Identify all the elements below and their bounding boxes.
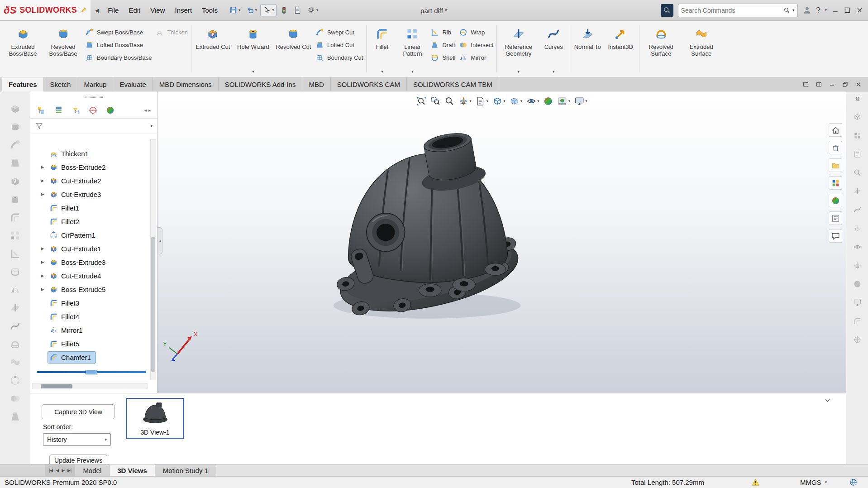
maximize-window-icon[interactable] xyxy=(844,6,851,14)
right-strip-magnifier-icon[interactable] xyxy=(853,168,862,177)
swept-boss-base-button[interactable]: Swept Boss/Base xyxy=(85,28,152,37)
right-strip-curve-icon[interactable] xyxy=(853,206,862,214)
intersect-button[interactable]: Intersect xyxy=(459,41,493,49)
left-toolbar-intersect-icon[interactable] xyxy=(10,393,21,404)
hole-wizard-dropdown-icon[interactable]: ▾ xyxy=(252,70,254,74)
boundary-cut-button[interactable]: Boundary Cut xyxy=(315,53,363,62)
dimxpertmanager-tab-icon[interactable] xyxy=(88,105,98,115)
left-toolbar-draft-icon[interactable] xyxy=(10,411,21,422)
lofted-boss-base-button[interactable]: Lofted Boss/Base xyxy=(85,41,152,49)
tree-item-fillet2[interactable]: Fillet2 xyxy=(30,215,157,228)
rebuild-button[interactable] xyxy=(278,5,290,16)
propertymanager-tab-icon[interactable] xyxy=(54,105,63,115)
left-toolbar-extsurf-icon[interactable] xyxy=(10,357,21,368)
fm-tab-scroll-left-icon[interactable]: ◂ xyxy=(144,108,147,113)
unit-system-selector[interactable]: MMGS ▾ xyxy=(800,478,827,486)
featuremanager-tree-tab-icon[interactable] xyxy=(37,105,46,115)
collapse-chevrons-icon[interactable] xyxy=(854,95,861,103)
pane-right-icon[interactable] xyxy=(816,81,822,88)
right-strip-fillet-icon[interactable] xyxy=(853,317,862,325)
left-toolbar-refgeom-icon[interactable] xyxy=(10,302,21,314)
linear-pattern-button[interactable]: Linear Pattern ▾ xyxy=(396,22,429,76)
tree-item-boss-extrude5[interactable]: ▶Boss-Extrude5 xyxy=(30,282,157,296)
view-orientation-dropdown-icon[interactable]: ▾ xyxy=(503,99,506,103)
view-settings-button[interactable]: ▾ xyxy=(573,95,588,107)
graphics-viewport[interactable]: ◂ ▾ ▾ ▾ ▾ ▾ ▾ ▾ xyxy=(157,91,846,393)
expand-arrow-icon[interactable]: ▶ xyxy=(38,287,48,292)
user-account-icon[interactable] xyxy=(802,5,812,15)
left-toolbar-rib-icon[interactable] xyxy=(10,248,21,259)
extruded-boss-base-button[interactable]: Extruded Boss/Base xyxy=(3,22,43,76)
tab-motion-study-1[interactable]: Motion Study 1 xyxy=(155,464,216,476)
warning-icon[interactable] xyxy=(751,478,760,487)
3d-view-thumbnail[interactable]: 3D View-1 xyxy=(126,398,184,439)
apply-scene-dropdown-icon[interactable]: ▾ xyxy=(568,99,571,103)
tree-item-mirror1[interactable]: Mirror1 xyxy=(30,323,157,337)
appearances-scenes-button[interactable] xyxy=(829,194,842,207)
zoom-fit-button[interactable] xyxy=(415,95,427,107)
annotation-views-dropdown-icon[interactable]: ▾ xyxy=(486,99,489,103)
tree-vertical-scrollbar[interactable] xyxy=(150,139,156,380)
wrap-button[interactable]: Wrap xyxy=(459,28,493,37)
doc-restore-icon[interactable] xyxy=(842,81,849,88)
scrollbar-thumb[interactable] xyxy=(41,384,72,388)
update-previews-button[interactable]: Update Previews xyxy=(49,455,107,464)
tab-solidworks-cam-tbm[interactable]: SOLIDWORKS CAM TBM xyxy=(407,77,499,91)
search-icon[interactable] xyxy=(783,7,790,14)
tree-item-fillet3[interactable]: Fillet3 xyxy=(30,296,157,310)
left-toolbar-revolve-icon[interactable] xyxy=(10,121,21,133)
collapse-panel-button[interactable] xyxy=(821,396,833,404)
fillet-button[interactable]: Fillet ▾ xyxy=(368,22,396,76)
revolved-cut-button[interactable]: Revolved Cut xyxy=(273,22,314,76)
swept-cut-button[interactable]: Swept Cut xyxy=(315,28,363,37)
panel-splitter[interactable]: ◂ xyxy=(157,227,162,254)
left-toolbar-shell-icon[interactable] xyxy=(10,266,21,277)
previous-tab-icon[interactable]: ◀ xyxy=(56,468,59,473)
tab-markup[interactable]: Markup xyxy=(77,77,113,91)
left-toolbar-sweep-icon[interactable] xyxy=(10,139,21,151)
extruded-surface-button[interactable]: Extruded Surface xyxy=(681,22,721,76)
scrollbar-thumb[interactable] xyxy=(151,237,155,372)
design-library-button[interactable] xyxy=(829,141,842,154)
save-button[interactable]: ▾ xyxy=(227,5,243,16)
sort-order-select[interactable]: History ▾ xyxy=(43,433,111,446)
section-view-button[interactable]: ▾ xyxy=(457,95,472,107)
pane-left-icon[interactable] xyxy=(802,81,809,88)
expand-arrow-icon[interactable]: ▶ xyxy=(38,192,48,196)
expand-arrow-icon[interactable]: ▶ xyxy=(38,246,48,251)
menu-view[interactable]: View xyxy=(145,4,170,16)
search-dropdown-icon[interactable]: ▾ xyxy=(792,8,795,12)
expand-arrow-icon[interactable]: ▶ xyxy=(38,273,48,278)
hole-wizard-button[interactable]: Hole Wizard ▾ xyxy=(233,22,273,76)
doc-close-icon[interactable] xyxy=(855,81,862,88)
solidworks-resources-button[interactable] xyxy=(829,123,842,137)
file-explorer-button[interactable] xyxy=(829,158,842,172)
rib-button[interactable]: Rib xyxy=(430,28,455,37)
tree-item-cut-extrude3[interactable]: ▶Cut-Extrude3 xyxy=(30,187,157,201)
reference-geometry-dropdown-icon[interactable]: ▾ xyxy=(517,70,520,74)
display-style-button[interactable]: ▾ xyxy=(508,95,524,107)
zoom-area-button[interactable] xyxy=(429,95,441,107)
search-toggle-button[interactable] xyxy=(661,4,673,17)
next-tab-icon[interactable]: ▶ xyxy=(62,468,65,473)
file-properties-button[interactable] xyxy=(291,5,304,16)
rollback-handle[interactable] xyxy=(86,370,97,374)
minimize-window-icon[interactable] xyxy=(831,6,839,14)
tab-solidworks-add-ins[interactable]: SOLIDWORKS Add-Ins xyxy=(219,77,303,91)
thicken-button[interactable]: Thicken xyxy=(155,28,188,37)
curves-dropdown-icon[interactable]: ▾ xyxy=(553,70,555,74)
tab-model[interactable]: Model xyxy=(75,464,110,476)
units-dropdown-icon[interactable]: ▾ xyxy=(825,480,827,484)
reference-geometry-button[interactable]: Reference Geometry ▾ xyxy=(498,22,539,76)
edit-appearance-button[interactable] xyxy=(542,95,554,107)
capture-3d-view-button[interactable]: Capture 3D View xyxy=(42,404,115,419)
hide-show-items-button[interactable]: ▾ xyxy=(525,95,540,107)
expand-arrow-icon[interactable]: ▶ xyxy=(38,165,48,169)
revolved-surface-button[interactable]: Revolved Surface xyxy=(641,22,681,76)
search-commands-box[interactable]: ▾ xyxy=(678,4,798,17)
left-toolbar-fillet-icon[interactable] xyxy=(10,212,21,223)
menu-insert[interactable]: Insert xyxy=(170,4,197,16)
left-toolbar-cirpat-icon[interactable] xyxy=(10,375,21,386)
tab-solidworks-cam[interactable]: SOLIDWORKS CAM xyxy=(331,77,407,91)
extruded-cut-button[interactable]: Extruded Cut xyxy=(193,22,233,76)
